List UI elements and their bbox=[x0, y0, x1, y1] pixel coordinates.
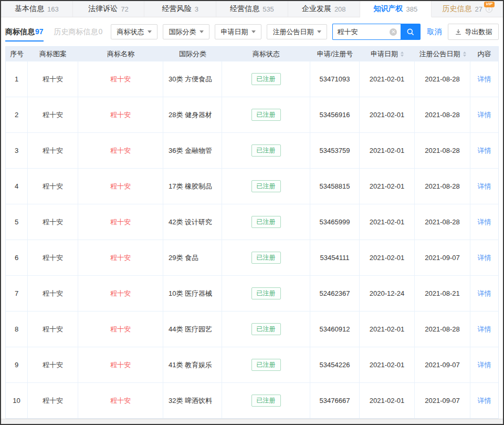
trademark-status-cell: 已注册 bbox=[222, 240, 310, 275]
filter-reg-announce-date-dropdown[interactable]: 注册公告日期 bbox=[267, 24, 327, 39]
column-header-label: 商标名称 bbox=[107, 49, 134, 59]
search-button[interactable] bbox=[401, 24, 421, 40]
clear-search-icon[interactable]: ✕ bbox=[390, 28, 397, 36]
trademark-image[interactable]: 程十安 bbox=[43, 289, 63, 298]
export-data-button[interactable]: 导出数据 bbox=[448, 24, 499, 40]
trademark-image[interactable]: 程十安 bbox=[43, 217, 63, 227]
trademark-image-cell: 程十安 bbox=[28, 382, 78, 418]
tab-operation[interactable]: 经营信息535 bbox=[216, 1, 288, 17]
column-header-label: 内容 bbox=[478, 49, 491, 59]
detail-link[interactable]: 详情 bbox=[478, 110, 491, 120]
search-input-wrap: ✕ bbox=[332, 24, 401, 40]
table-row: 1程十安程十安30类 方便食品已注册534710932021-02-012021… bbox=[6, 61, 498, 97]
chevron-down-icon bbox=[148, 30, 152, 33]
serial-cell: 8 bbox=[6, 311, 28, 347]
column-header-image: 商标图案 bbox=[28, 47, 78, 61]
intl-class-cell: 30类 方便食品 bbox=[163, 61, 222, 97]
column-header-name: 商标名称 bbox=[78, 47, 163, 61]
trademark-name: 程十安 bbox=[110, 289, 131, 298]
subtab-history-trademark-info[interactable]: 历史商标信息0 bbox=[54, 23, 103, 42]
tab-development[interactable]: 企业发展208 bbox=[288, 1, 360, 17]
trademark-name: 程十安 bbox=[110, 182, 131, 191]
trademark-name: 程十安 bbox=[110, 325, 131, 334]
detail-link[interactable]: 详情 bbox=[478, 325, 491, 334]
tab-label: 经营风险 bbox=[162, 4, 192, 14]
trademark-name-cell: 程十安 bbox=[78, 382, 163, 418]
trademark-table: 序号商标图案商标名称国际分类商标状态申请/注册号申请日期注册公告日期内容 1程十… bbox=[5, 46, 499, 419]
column-header-label: 商标图案 bbox=[39, 49, 67, 59]
reg-number-cell: 53453759 bbox=[310, 132, 360, 168]
tab-basic-info[interactable]: 基本信息163 bbox=[1, 1, 73, 17]
subtab-trademark-info[interactable]: 商标信息97 bbox=[5, 23, 44, 42]
filter-intl-class-dropdown[interactable]: 国际分类 bbox=[163, 24, 209, 39]
chevron-down-icon bbox=[200, 30, 204, 33]
tab-history[interactable]: 历史信息27VIPi bbox=[432, 1, 503, 17]
cancel-link[interactable]: 取消 bbox=[427, 27, 442, 37]
reg-number-cell: 53454226 bbox=[310, 347, 360, 382]
serial-cell: 10 bbox=[6, 382, 28, 418]
status-badge: 已注册 bbox=[251, 216, 281, 227]
serial-cell: 6 bbox=[6, 240, 28, 275]
filter-label: 注册公告日期 bbox=[272, 27, 313, 37]
announce-date-cell: 2021-08-28 bbox=[415, 132, 470, 168]
vip-badge: VIP bbox=[484, 2, 495, 7]
trademark-name: 程十安 bbox=[110, 396, 131, 406]
tab-risk[interactable]: 经营风险3 bbox=[144, 1, 216, 17]
detail-link[interactable]: 详情 bbox=[478, 75, 491, 84]
tab-count: 163 bbox=[47, 5, 59, 13]
detail-link[interactable]: 详情 bbox=[478, 360, 491, 370]
trademark-image-cell: 程十安 bbox=[28, 61, 78, 97]
serial-cell: 3 bbox=[6, 132, 28, 168]
trademark-image[interactable]: 程十安 bbox=[43, 182, 63, 191]
trademark-name-cell: 程十安 bbox=[78, 347, 163, 382]
trademark-image[interactable]: 程十安 bbox=[43, 360, 63, 370]
tab-legal[interactable]: 法律诉讼72 bbox=[73, 1, 145, 17]
detail-link[interactable]: 详情 bbox=[478, 146, 491, 156]
apply-date-cell: 2021-02-01 bbox=[360, 61, 415, 97]
trademark-image-cell: 程十安 bbox=[28, 275, 78, 311]
filter-trademark-status-dropdown[interactable]: 商标状态 bbox=[111, 24, 158, 39]
trademark-name: 程十安 bbox=[110, 253, 131, 263]
column-header-apply-date[interactable]: 申请日期 bbox=[360, 47, 415, 61]
detail-link[interactable]: 详情 bbox=[478, 289, 491, 298]
trademark-status-cell: 已注册 bbox=[222, 204, 310, 240]
reg-number-cell: 52462367 bbox=[310, 275, 360, 311]
content-cell: 详情 bbox=[470, 382, 498, 418]
trademark-image[interactable]: 程十安 bbox=[43, 396, 63, 406]
trademark-name-cell: 程十安 bbox=[78, 132, 163, 168]
trademark-image-cell: 程十安 bbox=[28, 311, 78, 347]
trademark-status-cell: 已注册 bbox=[222, 311, 310, 347]
column-header-label: 国际分类 bbox=[179, 49, 206, 59]
sort-up-icon bbox=[463, 51, 466, 54]
trademark-name: 程十安 bbox=[110, 146, 131, 156]
intl-class-cell: 32类 啤酒饮料 bbox=[163, 382, 222, 418]
detail-link[interactable]: 详情 bbox=[478, 217, 491, 227]
trademark-image[interactable]: 程十安 bbox=[43, 325, 63, 334]
filter-label: 申请日期 bbox=[220, 27, 248, 37]
reg-number-cell: 53460912 bbox=[310, 311, 360, 347]
content-cell: 详情 bbox=[470, 311, 498, 347]
trademark-image-cell: 程十安 bbox=[28, 204, 78, 240]
sort-down-icon bbox=[463, 55, 466, 57]
filter-apply-date-dropdown[interactable]: 申请日期 bbox=[215, 24, 261, 39]
trademark-status-cell: 已注册 bbox=[222, 61, 310, 97]
detail-link[interactable]: 详情 bbox=[478, 182, 491, 191]
trademark-image[interactable]: 程十安 bbox=[43, 110, 63, 120]
reg-number-cell: 53456916 bbox=[310, 97, 360, 132]
content-cell: 详情 bbox=[470, 168, 498, 204]
subtab-label: 历史商标信息 bbox=[54, 27, 98, 36]
column-header-announce-date[interactable]: 注册公告日期 bbox=[415, 47, 470, 61]
apply-date-cell: 2020-12-24 bbox=[360, 275, 415, 311]
status-badge: 已注册 bbox=[251, 109, 281, 120]
detail-link[interactable]: 详情 bbox=[478, 253, 491, 263]
tab-count: 385 bbox=[406, 5, 418, 13]
sort-icon bbox=[463, 51, 466, 57]
trademark-image[interactable]: 程十安 bbox=[43, 146, 63, 156]
trademark-image[interactable]: 程十安 bbox=[43, 75, 63, 84]
detail-link[interactable]: 详情 bbox=[478, 396, 491, 406]
apply-date-cell: 2021-02-01 bbox=[360, 311, 415, 347]
top-tabbar: 基本信息163法律诉讼72经营风险3经营信息535企业发展208知识产权385历… bbox=[1, 1, 503, 17]
tab-ip[interactable]: 知识产权385 bbox=[360, 1, 432, 17]
trademark-image[interactable]: 程十安 bbox=[43, 253, 63, 263]
search-icon bbox=[406, 28, 415, 36]
